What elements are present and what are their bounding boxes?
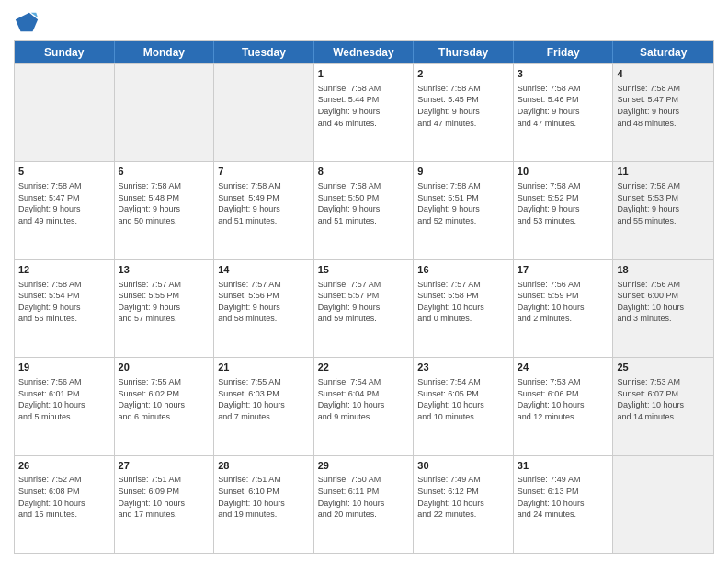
- calendar-cell: 20Sunrise: 7:55 AM Sunset: 6:02 PM Dayli…: [115, 358, 215, 454]
- cell-info: Sunrise: 7:58 AM Sunset: 5:50 PM Dayligh…: [318, 180, 410, 226]
- calendar-cell: 19Sunrise: 7:56 AM Sunset: 6:01 PM Dayli…: [15, 358, 115, 454]
- cell-info: Sunrise: 7:58 AM Sunset: 5:54 PM Dayligh…: [18, 279, 110, 325]
- calendar-cell: 16Sunrise: 7:57 AM Sunset: 5:58 PM Dayli…: [414, 260, 514, 357]
- cell-info: Sunrise: 7:54 AM Sunset: 6:04 PM Dayligh…: [318, 376, 410, 422]
- calendar-cell: 29Sunrise: 7:50 AM Sunset: 6:11 PM Dayli…: [314, 456, 415, 553]
- cell-info: Sunrise: 7:55 AM Sunset: 6:02 PM Dayligh…: [119, 376, 210, 422]
- calendar-cell: [613, 456, 713, 553]
- calendar-cell: 1Sunrise: 7:58 AM Sunset: 5:44 PM Daylig…: [314, 64, 415, 161]
- day-number: 26: [18, 459, 110, 473]
- day-number: 11: [617, 165, 710, 178]
- cell-info: Sunrise: 7:58 AM Sunset: 5:52 PM Dayligh…: [518, 180, 609, 226]
- calendar-cell: 15Sunrise: 7:57 AM Sunset: 5:57 PM Dayli…: [314, 260, 415, 357]
- day-number: 28: [218, 459, 310, 473]
- day-number: 23: [417, 361, 509, 374]
- day-number: 15: [318, 263, 410, 277]
- calendar-cell: 7Sunrise: 7:58 AM Sunset: 5:49 PM Daylig…: [214, 162, 314, 259]
- cell-info: Sunrise: 7:56 AM Sunset: 6:01 PM Dayligh…: [18, 376, 110, 422]
- calendar-cell: 17Sunrise: 7:56 AM Sunset: 5:59 PM Dayli…: [514, 260, 614, 357]
- cell-info: Sunrise: 7:57 AM Sunset: 5:58 PM Dayligh…: [417, 279, 509, 325]
- weekday-header: Friday: [514, 41, 614, 63]
- day-number: 24: [518, 361, 609, 374]
- calendar-week: 1Sunrise: 7:58 AM Sunset: 5:44 PM Daylig…: [15, 63, 713, 161]
- calendar-cell: 2Sunrise: 7:58 AM Sunset: 5:45 PM Daylig…: [414, 64, 514, 161]
- day-number: 22: [318, 361, 410, 374]
- calendar-cell: [214, 64, 314, 161]
- calendar-cell: 12Sunrise: 7:58 AM Sunset: 5:54 PM Dayli…: [15, 260, 115, 357]
- calendar-cell: 31Sunrise: 7:49 AM Sunset: 6:13 PM Dayli…: [514, 456, 614, 553]
- calendar-header-row: SundayMondayTuesdayWednesdayThursdayFrid…: [15, 41, 713, 63]
- cell-info: Sunrise: 7:57 AM Sunset: 5:56 PM Dayligh…: [218, 279, 310, 325]
- calendar-cell: 27Sunrise: 7:51 AM Sunset: 6:09 PM Dayli…: [115, 456, 215, 553]
- day-number: 1: [318, 67, 410, 81]
- cell-info: Sunrise: 7:56 AM Sunset: 6:00 PM Dayligh…: [617, 279, 710, 325]
- day-number: 3: [518, 67, 609, 81]
- calendar-cell: 3Sunrise: 7:58 AM Sunset: 5:46 PM Daylig…: [514, 64, 614, 161]
- cell-info: Sunrise: 7:49 AM Sunset: 6:13 PM Dayligh…: [518, 474, 609, 520]
- calendar-body: 1Sunrise: 7:58 AM Sunset: 5:44 PM Daylig…: [15, 63, 713, 553]
- weekday-header: Tuesday: [214, 41, 314, 63]
- day-number: 8: [318, 165, 410, 178]
- day-number: 17: [518, 263, 609, 277]
- day-number: 7: [218, 165, 310, 178]
- cell-info: Sunrise: 7:51 AM Sunset: 6:10 PM Dayligh…: [218, 474, 310, 520]
- calendar-cell: 4Sunrise: 7:58 AM Sunset: 5:47 PM Daylig…: [613, 64, 713, 161]
- day-number: 12: [18, 263, 110, 277]
- calendar-cell: 23Sunrise: 7:54 AM Sunset: 6:05 PM Dayli…: [414, 358, 514, 454]
- cell-info: Sunrise: 7:58 AM Sunset: 5:45 PM Dayligh…: [417, 83, 509, 129]
- cell-info: Sunrise: 7:54 AM Sunset: 6:05 PM Dayligh…: [417, 376, 509, 422]
- calendar-cell: 18Sunrise: 7:56 AM Sunset: 6:00 PM Dayli…: [613, 260, 713, 357]
- cell-info: Sunrise: 7:58 AM Sunset: 5:47 PM Dayligh…: [617, 83, 710, 129]
- day-number: 30: [417, 459, 509, 473]
- weekday-header: Sunday: [15, 41, 115, 63]
- calendar-cell: 24Sunrise: 7:53 AM Sunset: 6:06 PM Dayli…: [514, 358, 614, 454]
- day-number: 21: [218, 361, 310, 374]
- calendar-cell: 21Sunrise: 7:55 AM Sunset: 6:03 PM Dayli…: [214, 358, 314, 454]
- calendar-cell: 5Sunrise: 7:58 AM Sunset: 5:47 PM Daylig…: [15, 162, 115, 259]
- calendar-cell: [15, 64, 115, 161]
- day-number: 9: [417, 165, 509, 178]
- cell-info: Sunrise: 7:58 AM Sunset: 5:49 PM Dayligh…: [218, 180, 310, 226]
- cell-info: Sunrise: 7:51 AM Sunset: 6:09 PM Dayligh…: [119, 474, 210, 520]
- weekday-header: Saturday: [613, 41, 713, 63]
- cell-info: Sunrise: 7:58 AM Sunset: 5:51 PM Dayligh…: [417, 180, 509, 226]
- calendar: SundayMondayTuesdayWednesdayThursdayFrid…: [14, 40, 714, 554]
- calendar-cell: [115, 64, 215, 161]
- calendar-week: 19Sunrise: 7:56 AM Sunset: 6:01 PM Dayli…: [15, 357, 713, 454]
- logo-icon: [14, 9, 40, 35]
- day-number: 31: [518, 459, 609, 473]
- cell-info: Sunrise: 7:58 AM Sunset: 5:48 PM Dayligh…: [119, 180, 210, 226]
- cell-info: Sunrise: 7:58 AM Sunset: 5:53 PM Dayligh…: [617, 180, 710, 226]
- cell-info: Sunrise: 7:58 AM Sunset: 5:47 PM Dayligh…: [18, 180, 110, 226]
- calendar-cell: 30Sunrise: 7:49 AM Sunset: 6:12 PM Dayli…: [414, 456, 514, 553]
- cell-info: Sunrise: 7:53 AM Sunset: 6:06 PM Dayligh…: [518, 376, 609, 422]
- page-header: [14, 9, 714, 35]
- calendar-page: SundayMondayTuesdayWednesdayThursdayFrid…: [0, 0, 728, 563]
- calendar-cell: 9Sunrise: 7:58 AM Sunset: 5:51 PM Daylig…: [414, 162, 514, 259]
- cell-info: Sunrise: 7:49 AM Sunset: 6:12 PM Dayligh…: [417, 474, 509, 520]
- calendar-cell: 8Sunrise: 7:58 AM Sunset: 5:50 PM Daylig…: [314, 162, 415, 259]
- day-number: 13: [119, 263, 210, 277]
- day-number: 20: [119, 361, 210, 374]
- day-number: 19: [18, 361, 110, 374]
- day-number: 10: [518, 165, 609, 178]
- cell-info: Sunrise: 7:57 AM Sunset: 5:57 PM Dayligh…: [318, 279, 410, 325]
- cell-info: Sunrise: 7:56 AM Sunset: 5:59 PM Dayligh…: [518, 279, 609, 325]
- calendar-cell: 6Sunrise: 7:58 AM Sunset: 5:48 PM Daylig…: [115, 162, 215, 259]
- day-number: 6: [119, 165, 210, 178]
- weekday-header: Wednesday: [314, 41, 415, 63]
- day-number: 2: [417, 67, 509, 81]
- weekday-header: Thursday: [414, 41, 514, 63]
- day-number: 29: [318, 459, 410, 473]
- logo: [14, 9, 43, 35]
- cell-info: Sunrise: 7:58 AM Sunset: 5:44 PM Dayligh…: [318, 83, 410, 129]
- day-number: 25: [617, 361, 710, 374]
- calendar-cell: 22Sunrise: 7:54 AM Sunset: 6:04 PM Dayli…: [314, 358, 415, 454]
- cell-info: Sunrise: 7:52 AM Sunset: 6:08 PM Dayligh…: [18, 474, 110, 520]
- cell-info: Sunrise: 7:58 AM Sunset: 5:46 PM Dayligh…: [518, 83, 609, 129]
- day-number: 4: [617, 67, 710, 81]
- calendar-cell: 11Sunrise: 7:58 AM Sunset: 5:53 PM Dayli…: [613, 162, 713, 259]
- calendar-week: 12Sunrise: 7:58 AM Sunset: 5:54 PM Dayli…: [15, 259, 713, 357]
- day-number: 14: [218, 263, 310, 277]
- svg-marker-0: [16, 13, 38, 32]
